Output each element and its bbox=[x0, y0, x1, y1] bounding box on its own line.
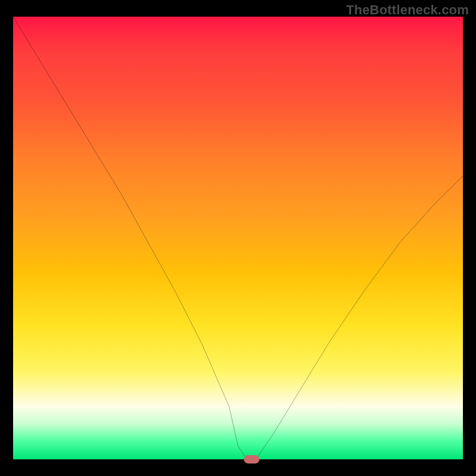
chart-frame: TheBottleneck.com bbox=[0, 0, 476, 476]
bottleneck-curve bbox=[13, 17, 463, 459]
watermark-text: TheBottleneck.com bbox=[346, 2, 469, 18]
plot-area bbox=[13, 17, 463, 459]
optimal-point-marker bbox=[244, 455, 259, 464]
curve-svg bbox=[13, 17, 463, 459]
